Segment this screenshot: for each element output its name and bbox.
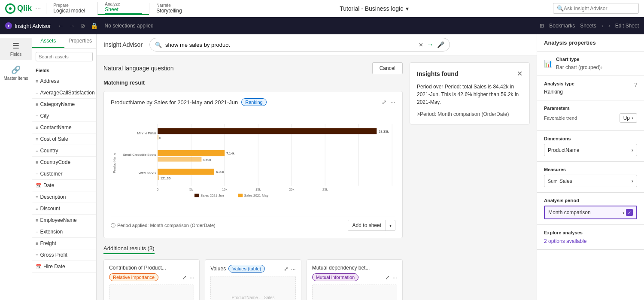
expand-small-chart2-icon[interactable]: ⤢ [284,266,289,272]
nav-forward-icon[interactable]: › [608,23,610,29]
left-sidebar: ☰ Fields 🔗 Master items [0,34,32,300]
sheets-btn[interactable]: Sheets [580,23,596,29]
arrow-right-icon[interactable]: → [427,41,434,48]
menu-dots[interactable]: ··· [35,5,41,12]
nav-back-icon[interactable]: ‹ [601,23,603,29]
clear-selections-icon[interactable]: ⊘ [80,22,85,29]
add-to-sheet-dropdown-icon[interactable]: ▾ [386,221,395,230]
analysis-type-help-icon[interactable]: ? [634,82,637,88]
dimensions-label: Dimensions [544,136,637,141]
sidebar-fields-btn[interactable]: ☰ Fields [0,38,32,60]
analysis-type-section: Analysis type ? Ranking [537,76,644,100]
field-item-customer[interactable]: ≡ Customer [32,168,96,180]
analyze-section[interactable]: Analyze Sheet [97,2,149,15]
more-small-chart1-icon[interactable]: ··· [189,274,194,281]
period-selector-label: Month comparison [548,209,591,215]
favorable-trend-row: Favorable trend Up › [544,113,637,123]
small-chart2-header: Values Values (table) ⤢ ··· [210,265,295,273]
text-icon-cost: ≡ [36,136,38,142]
insights-link[interactable]: >Period: Month comparison (OrderDate) [417,111,522,117]
measures-section: Measures Sum Sales › [537,162,644,193]
more-small-chart2-icon[interactable]: ··· [291,266,296,272]
search-assets-input[interactable] [36,52,93,61]
add-to-sheet-label[interactable]: Add to sheet [348,220,386,230]
dimension-value-row[interactable]: ProductName › [544,144,637,156]
prepare-section[interactable]: Prepare Logical model [46,3,97,14]
fields-panel: Assets Properties Fields ≡ Address ≡ Ave… [32,34,97,300]
expand-small-chart3-icon[interactable]: ⤢ [385,274,390,281]
grid-icon[interactable]: ⊞ [540,23,544,29]
svg-text:10k: 10k [222,188,228,191]
master-items-label: Master items [3,76,28,81]
logical-model-label: Logical model [53,8,91,14]
edit-sheet-btn[interactable]: Edit Sheet [615,23,639,29]
small-chart3-header: Mutual dependency bet... Mutual informat… [312,265,397,281]
add-to-sheet-btn[interactable]: Add to sheet ▾ [348,220,395,231]
narrate-section[interactable]: Narrate Storytelling [149,3,200,14]
selection-forward-icon[interactable]: → [69,22,75,29]
app-title[interactable]: Tutorial - Business logic ▾ [340,5,409,12]
field-item-city[interactable]: ≡ City [32,110,96,122]
selection-back-icon[interactable]: ← [58,22,64,29]
small-chart1-header: Contribution of Product... Relative impo… [109,265,194,281]
insight-search-input[interactable] [165,42,415,48]
expand-chart-icon[interactable]: ⤢ [382,99,387,106]
field-item-discount[interactable]: ≡ Discount [32,203,96,215]
period-checkbox[interactable]: ✓ [626,209,633,216]
measures-value-row[interactable]: Sum Sales › [544,175,637,187]
period-info: ⓘ Period applied: Month comparison (Orde… [111,216,395,231]
field-item-address[interactable]: ≡ Address [32,76,96,87]
text-icon-address: ≡ [36,79,38,84]
additional-results-section: Additional results (3) Contribution of P… [103,245,403,300]
second-bar-right: ⊞ Bookmarks Sheets ‹ › Edit Sheet [540,23,639,29]
more-small-chart3-icon[interactable]: ··· [392,274,397,281]
fields-search-area [32,48,96,65]
field-item-date[interactable]: 📅 Date [32,180,96,191]
field-item-countrycode[interactable]: ≡ CountryCode [32,157,96,168]
small-chart1-placeholder: 600k ... 150.00% [109,285,194,300]
period-selector[interactable]: Month comparison › ✓ [544,206,637,219]
ask-insight-search[interactable]: 🔍 [553,3,639,14]
field-item-extension[interactable]: ≡ Extension [32,226,96,238]
field-item-cost[interactable]: ≡ Cost of Sale [32,133,96,145]
close-insights-icon[interactable]: ✕ [517,70,522,78]
explore-analyses-link[interactable]: 2 options available [544,238,586,244]
cancel-button[interactable]: Cancel [372,62,403,74]
field-item-contact[interactable]: ≡ ContactName [32,122,96,133]
more-options-icon[interactable]: ··· [390,99,395,106]
ask-insight-input[interactable] [564,6,628,12]
field-item-description[interactable]: ≡ Description [32,191,96,203]
insights-found-panel: Insights found ✕ Period over Period: tot… [410,62,530,124]
insight-advisor-btn[interactable]: ✦ Insight Advisor [5,22,51,29]
qlik-circle-icon [5,3,15,14]
nlq-title: Natural language question [103,65,173,72]
analysis-type-value: Ranking [544,89,637,95]
field-item-category[interactable]: ≡ CategoryName [32,99,96,110]
bar-minnki-jun [158,128,377,134]
field-item-avgcall[interactable]: ≡ AverageCallSatisfaction [32,87,96,99]
field-item-country[interactable]: ≡ Country [32,145,96,157]
field-item-employee[interactable]: ≡ EmployeeName [32,215,96,226]
tab-properties[interactable]: Properties [64,34,97,48]
field-item-freight[interactable]: ≡ Freight [32,238,96,249]
small-chart2-title: Values [210,266,226,272]
clear-search-icon[interactable]: ✕ [419,42,423,48]
bookmarks-btn[interactable]: Bookmarks [549,23,575,29]
expand-small-chart1-icon[interactable]: ⤢ [182,274,187,281]
field-item-grossprofit[interactable]: ≡ Gross Profit [32,249,96,261]
chart-type-value[interactable]: Bar chart (grouped) › [556,64,602,70]
text-icon-freight: ≡ [36,241,38,246]
text-icon-category: ≡ [36,102,38,107]
bar-wfs-may [158,176,159,180]
bar-small-may [158,157,201,162]
tab-assets[interactable]: Assets [32,34,64,48]
storytelling-label: Storytelling [156,8,194,14]
sidebar-master-items-btn[interactable]: 🔗 Master items [0,62,32,84]
lock-icon[interactable]: 🔒 [91,22,98,29]
parameters-section: Parameters Favorable trend Up › [537,100,644,131]
field-item-hiredate[interactable]: 📅 Hire Date [32,261,96,273]
favorable-trend-value[interactable]: Up › [620,113,637,123]
dimension-chevron-icon: › [632,147,633,153]
mic-icon[interactable]: 🎤 [437,41,444,48]
insight-advisor-label: Insight Advisor [15,23,51,29]
